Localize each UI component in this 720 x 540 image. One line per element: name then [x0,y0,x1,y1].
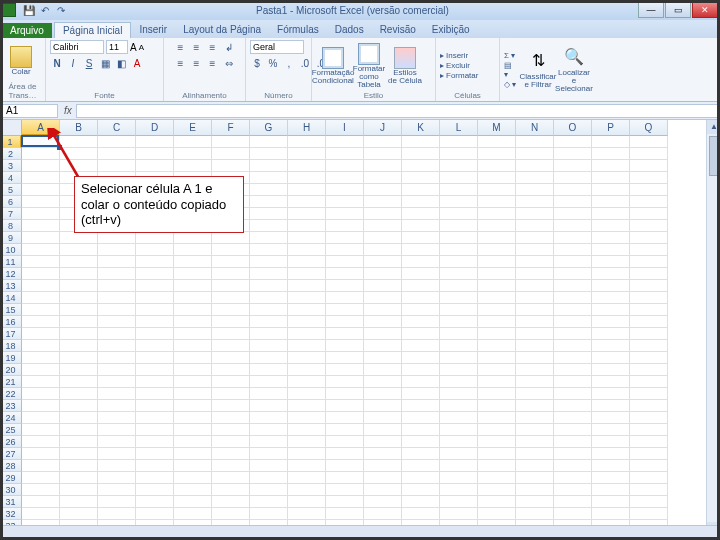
cell[interactable] [288,472,326,484]
cell[interactable] [288,280,326,292]
cell[interactable] [592,328,630,340]
cell[interactable] [22,184,60,196]
paste-button[interactable]: Colar [4,46,38,76]
cell[interactable] [592,316,630,328]
cell[interactable] [402,508,440,520]
cell[interactable] [592,472,630,484]
cell[interactable] [554,256,592,268]
row-header-7[interactable]: 7 [0,208,22,220]
cell[interactable] [98,328,136,340]
cell[interactable] [402,388,440,400]
cell[interactable] [554,376,592,388]
cell[interactable] [630,496,668,508]
wrap-text-icon[interactable]: ↲ [222,40,236,54]
cell[interactable] [250,160,288,172]
cell[interactable] [478,160,516,172]
cell[interactable] [440,232,478,244]
cell[interactable] [478,508,516,520]
cell[interactable] [402,496,440,508]
cell[interactable] [136,136,174,148]
cell[interactable] [364,364,402,376]
cell[interactable] [478,268,516,280]
formula-input[interactable] [76,104,718,118]
cell[interactable] [60,304,98,316]
cell[interactable] [516,256,554,268]
cell[interactable] [98,412,136,424]
cell[interactable] [60,256,98,268]
cell[interactable] [212,256,250,268]
cell[interactable] [592,220,630,232]
cell[interactable] [516,328,554,340]
cell[interactable] [516,484,554,496]
cell[interactable] [174,496,212,508]
row-header-1[interactable]: 1 [0,136,22,148]
format-table-button[interactable]: Formatar como Tabela [352,43,386,89]
cell[interactable] [98,304,136,316]
cell[interactable] [326,400,364,412]
cell[interactable] [402,436,440,448]
row-header-5[interactable]: 5 [0,184,22,196]
cell[interactable] [212,232,250,244]
cell[interactable] [364,148,402,160]
cell[interactable] [22,316,60,328]
cell[interactable] [440,148,478,160]
cell[interactable] [288,304,326,316]
cell[interactable] [364,232,402,244]
font-color-button[interactable]: A [130,56,144,70]
cell[interactable] [478,256,516,268]
cell[interactable] [174,232,212,244]
cell[interactable] [326,196,364,208]
cell[interactable] [402,244,440,256]
cell[interactable] [592,136,630,148]
cell[interactable] [174,352,212,364]
cell[interactable] [212,400,250,412]
cell[interactable] [440,340,478,352]
inc-dec-icon[interactable]: .0 [298,56,312,70]
cell[interactable] [402,160,440,172]
cell[interactable] [554,484,592,496]
cell[interactable] [440,424,478,436]
cell[interactable] [554,388,592,400]
col-header-M[interactable]: M [478,120,516,136]
col-header-A[interactable]: A [22,120,60,136]
cell[interactable] [364,220,402,232]
vertical-scrollbar[interactable]: ▲ ▼ [706,120,720,536]
cell[interactable] [98,424,136,436]
row-header-23[interactable]: 23 [0,400,22,412]
cell[interactable] [478,448,516,460]
cell[interactable] [630,388,668,400]
cell[interactable] [22,280,60,292]
cell[interactable] [22,172,60,184]
maximize-button[interactable]: ▭ [665,2,691,18]
cell[interactable] [288,412,326,424]
cell[interactable] [630,340,668,352]
cell[interactable] [250,364,288,376]
cell[interactable] [630,448,668,460]
cell[interactable] [402,256,440,268]
col-header-E[interactable]: E [174,120,212,136]
cell[interactable] [60,400,98,412]
cell[interactable] [592,184,630,196]
cell[interactable] [554,508,592,520]
cell[interactable] [402,172,440,184]
cell[interactable] [60,436,98,448]
cell[interactable] [250,340,288,352]
cell[interactable] [288,184,326,196]
cell[interactable] [326,316,364,328]
cell[interactable] [136,460,174,472]
cell[interactable] [364,412,402,424]
cell[interactable] [250,352,288,364]
cell[interactable] [516,208,554,220]
cell[interactable] [440,352,478,364]
cell[interactable] [212,508,250,520]
comma-icon[interactable]: , [282,56,296,70]
cell[interactable] [554,364,592,376]
row-header-25[interactable]: 25 [0,424,22,436]
row-header-8[interactable]: 8 [0,220,22,232]
cell[interactable] [174,400,212,412]
cell[interactable] [212,352,250,364]
cell[interactable] [60,280,98,292]
tab-dados[interactable]: Dados [327,22,372,38]
row-header-3[interactable]: 3 [0,160,22,172]
cell[interactable] [478,220,516,232]
